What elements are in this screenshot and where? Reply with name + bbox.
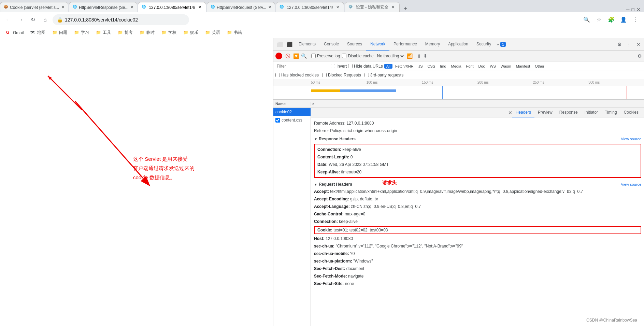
- filter-type-wasm[interactable]: Wasm: [499, 64, 513, 69]
- filter-type-all[interactable]: All: [384, 64, 392, 69]
- details-tab-preview[interactable]: Preview: [534, 108, 556, 117]
- row-css-checkbox[interactable]: [275, 118, 280, 123]
- devtools-dock-icon[interactable]: ⬜: [275, 42, 285, 47]
- tab-close-1[interactable]: ✕: [61, 5, 65, 10]
- bookmark-yule[interactable]: 📁 娱乐: [181, 29, 201, 36]
- response-headers-view-source[interactable]: View source: [621, 137, 641, 141]
- blocked-requests-label[interactable]: Blocked Requests: [322, 73, 361, 77]
- third-party-label[interactable]: 3rd-party requests: [364, 73, 403, 77]
- tab-close-6[interactable]: ✕: [390, 5, 396, 10]
- filter-type-css[interactable]: CSS: [426, 64, 438, 69]
- tab-settings[interactable]: ⚙️ 设置 - 隐私和安全 ✕: [345, 2, 400, 12]
- bookmark-gongju[interactable]: 📁 工具: [93, 29, 114, 36]
- has-blocked-cookies-checkbox[interactable]: [275, 73, 280, 77]
- tab-performance[interactable]: Performance: [389, 38, 421, 51]
- network-settings-icon[interactable]: ⚙: [638, 53, 642, 59]
- hide-data-urls-checkbox[interactable]: [348, 64, 353, 68]
- details-tab-response[interactable]: Response: [556, 108, 581, 117]
- bookmark-wenti[interactable]: 📁 问题: [49, 29, 70, 36]
- tab-elements[interactable]: Elements: [295, 38, 320, 51]
- bookmark-shujie[interactable]: 📁 书籍: [224, 29, 245, 36]
- filter-icon[interactable]: 🔽: [293, 53, 299, 59]
- forward-button[interactable]: →: [16, 15, 25, 25]
- disable-cache-checkbox[interactable]: [342, 54, 346, 58]
- tab-127-active[interactable]: 🌐 127.0.0.1:8080/servlet14/ ✕: [138, 2, 206, 12]
- disable-cache-label[interactable]: Disable cache: [342, 54, 373, 58]
- invert-checkbox[interactable]: [331, 64, 335, 68]
- devtools-cursor-icon[interactable]: ⬛: [285, 42, 295, 47]
- address-bar[interactable]: 🔒 127.0.0.1:8080/servlet14/cookie02: [53, 14, 189, 25]
- bookmark-xuexi[interactable]: 📁 学习: [71, 29, 92, 36]
- hide-data-urls-label[interactable]: Hide data URLs: [348, 64, 383, 69]
- search-icon[interactable]: 🔍: [582, 15, 591, 25]
- devtools-more-icon[interactable]: ⋮: [625, 40, 633, 48]
- home-button[interactable]: ⌂: [40, 15, 50, 25]
- tab-httpservletrequest[interactable]: 🌐 HttpServletRequest (Serv... ✕: [207, 2, 275, 12]
- has-blocked-cookies-label[interactable]: Has blocked cookies: [275, 73, 319, 77]
- throttle-select[interactable]: No throttling: [376, 53, 405, 59]
- tab-close-3[interactable]: ✕: [197, 5, 202, 10]
- filter-input[interactable]: [275, 63, 329, 69]
- response-headers-title[interactable]: ▼ Response Headers View source: [314, 134, 641, 142]
- tab-security[interactable]: Security: [472, 38, 495, 51]
- devtools-close-icon[interactable]: ✕: [634, 40, 643, 48]
- tab-application[interactable]: Application: [444, 38, 472, 51]
- details-tab-timing[interactable]: Timing: [601, 108, 620, 117]
- tab-cookie[interactable]: 🍪 Cookie (Servlet {servlet.s... ✕: [0, 2, 68, 12]
- window-minimize[interactable]: ─: [626, 7, 630, 12]
- filter-type-manifest[interactable]: Manifest: [514, 64, 532, 69]
- tab-memory[interactable]: Memory: [421, 38, 444, 51]
- blocked-requests-checkbox[interactable]: [322, 73, 327, 77]
- details-tab-cookies[interactable]: Cookies: [620, 108, 642, 117]
- filter-type-doc[interactable]: Doc: [476, 64, 487, 69]
- filter-type-other[interactable]: Other: [533, 64, 546, 69]
- bookmark-yingyu[interactable]: 📁 英语: [202, 29, 223, 36]
- third-party-checkbox[interactable]: [364, 73, 369, 77]
- request-headers-title[interactable]: ▼ Request Headers View source: [314, 180, 641, 188]
- filter-type-fetchxhr[interactable]: Fetch/XHR: [393, 64, 416, 69]
- tab-console[interactable]: Console: [320, 38, 343, 51]
- stop-button[interactable]: 🚫: [284, 53, 291, 59]
- extension-icon[interactable]: 🧩: [606, 15, 616, 25]
- bookmark-boke[interactable]: 📁 博客: [115, 29, 135, 36]
- details-tab-initiator[interactable]: Initiator: [581, 108, 601, 117]
- profile-icon[interactable]: 👤: [619, 15, 628, 25]
- search-icon-toolbar[interactable]: 🔍: [301, 53, 307, 59]
- new-tab-button[interactable]: +: [400, 5, 411, 12]
- request-headers-view-source[interactable]: View source: [621, 182, 641, 186]
- window-close[interactable]: ✕: [636, 7, 641, 12]
- record-button[interactable]: [275, 53, 282, 59]
- details-tab-headers[interactable]: Headers: [512, 108, 534, 117]
- tab-127-2[interactable]: 🌐 127.0.0.1:8080/servlet14/ ✕: [276, 2, 344, 12]
- refresh-button[interactable]: ↻: [28, 15, 38, 25]
- more-tabs-button[interactable]: »: [495, 42, 500, 47]
- bookmark-map[interactable]: 🗺 地图: [28, 29, 48, 36]
- filter-type-media[interactable]: Media: [449, 64, 463, 69]
- filter-type-img[interactable]: Img: [438, 64, 448, 69]
- filter-type-font[interactable]: Font: [464, 64, 476, 69]
- menu-icon[interactable]: ⋮: [631, 15, 641, 25]
- network-row-cookie02[interactable]: cookie02: [273, 108, 311, 116]
- tab-close-4[interactable]: ✕: [268, 5, 271, 10]
- tab-close-2[interactable]: ✕: [130, 5, 133, 10]
- bookmark-gmail[interactable]: G Gmail: [3, 29, 26, 36]
- upload-icon[interactable]: ⬆: [417, 53, 421, 59]
- back-button[interactable]: ←: [3, 15, 13, 25]
- bookmark-linshi[interactable]: 📁 临时: [137, 29, 157, 36]
- download-icon[interactable]: ⬇: [423, 53, 427, 59]
- window-maximize[interactable]: □: [632, 7, 634, 12]
- tab-close-5[interactable]: ✕: [335, 5, 340, 10]
- tab-sources[interactable]: Sources: [343, 38, 366, 51]
- filter-type-js[interactable]: JS: [416, 64, 425, 69]
- star-icon[interactable]: ☆: [594, 15, 604, 25]
- preserve-log-checkbox[interactable]: [311, 54, 316, 58]
- invert-label[interactable]: Invert: [331, 64, 347, 69]
- preserve-log-label[interactable]: Preserve log: [311, 54, 340, 58]
- bookmark-xuexiao[interactable]: 📁 学校: [159, 29, 179, 36]
- devtools-settings-icon[interactable]: ⚙: [615, 40, 624, 48]
- network-row-contentcss[interactable]: content.css: [273, 116, 311, 124]
- filter-type-ws[interactable]: WS: [488, 64, 498, 69]
- details-close-button[interactable]: ✕: [508, 110, 512, 115]
- tab-httpservletresponse[interactable]: 🌐 HttpServletResponse (Se... ✕: [69, 2, 137, 12]
- tab-network[interactable]: Network: [366, 38, 389, 51]
